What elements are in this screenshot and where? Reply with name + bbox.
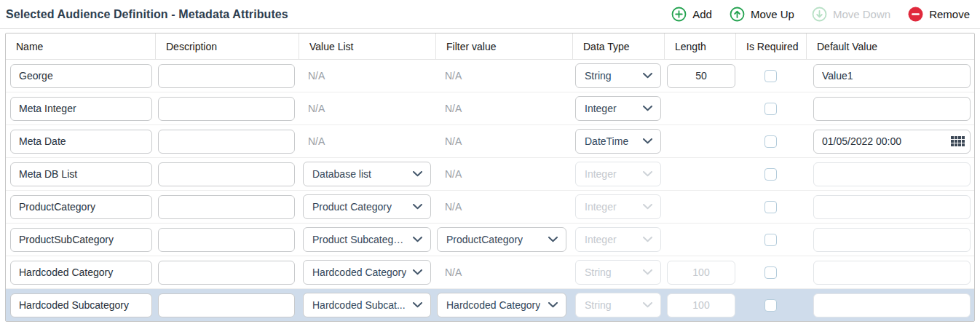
data-type-select: String — [575, 293, 661, 317]
move-down-button: Move Down — [812, 7, 890, 22]
table-cell — [735, 125, 806, 157]
is-required-checkbox[interactable] — [764, 234, 777, 246]
table-cell: N/A — [435, 125, 572, 157]
value-list-select[interactable]: Hardcoded Subcat... — [303, 293, 431, 317]
chevron-down-icon — [413, 204, 422, 210]
data-type-select-label: String — [585, 70, 612, 82]
table-header-row: Name Description Value List Filter value… — [6, 33, 974, 60]
name-input[interactable] — [10, 64, 152, 88]
filter-value-select[interactable]: Hardcoded Category — [437, 293, 566, 317]
is-required-checkbox[interactable] — [764, 299, 777, 312]
is-required-checkbox[interactable] — [764, 168, 777, 181]
length-input — [667, 261, 735, 285]
default-value-date-field — [806, 130, 971, 154]
chevron-down-icon — [643, 237, 652, 242]
description-input[interactable] — [158, 261, 295, 285]
remove-button-label: Remove — [929, 8, 970, 20]
table-body: N/AN/AStringN/AN/AIntegerN/AN/ADateTimeD… — [6, 60, 974, 321]
description-input[interactable] — [158, 130, 295, 154]
table-cell: String — [572, 256, 664, 288]
table-cell: N/A — [435, 60, 572, 92]
add-button[interactable]: Add — [671, 7, 712, 22]
chevron-down-icon — [413, 171, 422, 177]
table-cell — [735, 158, 806, 190]
table-row[interactable]: N/AN/AInteger — [6, 92, 974, 125]
calendar-icon[interactable] — [951, 136, 965, 146]
data-type-select[interactable]: String — [575, 63, 661, 88]
value-list-select-label: Database list — [312, 168, 371, 180]
move-up-button-label: Move Up — [751, 8, 794, 20]
description-input[interactable] — [158, 195, 295, 219]
move-up-button[interactable]: Move Up — [730, 7, 794, 22]
description-input[interactable] — [158, 64, 295, 88]
table-cell: Integer — [572, 158, 664, 190]
name-input[interactable] — [10, 228, 152, 252]
is-required-checkbox[interactable] — [764, 201, 777, 213]
column-header-description: Description — [155, 33, 299, 59]
filter-value-na-text: N/A — [435, 70, 462, 82]
table-row[interactable]: Database listN/AInteger — [6, 158, 974, 191]
data-type-select: Integer — [575, 162, 661, 186]
default-value-input[interactable] — [813, 130, 971, 154]
description-input[interactable] — [158, 162, 295, 186]
value-list-select[interactable]: Hardcoded Category — [303, 260, 431, 285]
toolbar: Selected Audience Definition - Metadata … — [0, 0, 980, 29]
value-list-select[interactable]: Database list — [303, 162, 431, 186]
table-row[interactable]: Hardcoded CategoryN/AString — [6, 256, 974, 289]
name-input[interactable] — [10, 293, 152, 317]
table-cell — [735, 92, 806, 125]
is-required-checkbox[interactable] — [764, 70, 777, 82]
table-cell: String — [572, 289, 664, 321]
length-input[interactable] — [667, 64, 735, 88]
chevron-down-icon — [643, 106, 652, 111]
name-input[interactable] — [10, 162, 152, 186]
table-row[interactable]: Hardcoded Subcat...Hardcoded CategoryStr… — [6, 289, 974, 321]
data-type-select: Integer — [575, 227, 661, 252]
name-input[interactable] — [10, 195, 152, 219]
is-required-checkbox[interactable] — [764, 103, 777, 115]
table-cell — [806, 125, 974, 157]
filter-value-select[interactable]: ProductCategory — [437, 227, 566, 252]
table-cell — [664, 60, 735, 92]
data-type-select-label: Integer — [585, 168, 617, 180]
toolbar-actions: Add Move Up Move Down — [671, 7, 970, 22]
table-row[interactable]: Product Subcatego...ProductCategoryInteg… — [6, 224, 974, 256]
table-cell: ProductCategory — [435, 224, 572, 256]
default-value-input[interactable] — [813, 97, 971, 121]
default-value-input — [813, 228, 971, 252]
value-list-select[interactable]: Product Category — [303, 194, 431, 219]
table-row[interactable]: Product CategoryN/AInteger — [6, 191, 974, 224]
table-row[interactable]: N/AN/AString — [6, 60, 974, 92]
data-type-select[interactable]: DateTime — [575, 129, 661, 154]
chevron-down-icon — [643, 73, 652, 79]
table-cell — [664, 256, 735, 288]
table-cell: Integer — [572, 224, 664, 256]
default-value-input — [813, 162, 971, 186]
name-input[interactable] — [10, 97, 152, 121]
remove-button[interactable]: Remove — [908, 7, 970, 22]
description-input[interactable] — [158, 293, 295, 317]
value-list-select-label: Product Subcatego... — [312, 234, 407, 245]
column-header-filter-value: Filter value — [435, 33, 572, 59]
metadata-attributes-table: Name Description Value List Filter value… — [5, 33, 975, 322]
table-cell: Database list — [299, 158, 435, 190]
default-value-input[interactable] — [813, 64, 971, 88]
table-cell — [735, 191, 806, 223]
is-required-checkbox[interactable] — [764, 266, 777, 279]
name-input[interactable] — [10, 261, 152, 285]
data-type-select[interactable]: Integer — [575, 96, 661, 121]
value-list-select[interactable]: Product Subcatego... — [303, 227, 431, 252]
data-type-select-label: Integer — [585, 103, 617, 114]
is-required-checkbox[interactable] — [764, 135, 777, 148]
table-cell — [155, 125, 299, 157]
table-cell: DateTime — [572, 125, 664, 157]
table-cell — [735, 289, 806, 321]
name-input[interactable] — [10, 130, 152, 154]
column-header-default-value: Default Value — [806, 33, 974, 59]
table-row[interactable]: N/AN/ADateTime — [6, 125, 974, 158]
table-cell — [806, 158, 974, 190]
description-input[interactable] — [158, 97, 295, 121]
description-input[interactable] — [158, 228, 295, 252]
default-value-input — [813, 195, 971, 219]
chevron-down-icon — [643, 269, 652, 275]
